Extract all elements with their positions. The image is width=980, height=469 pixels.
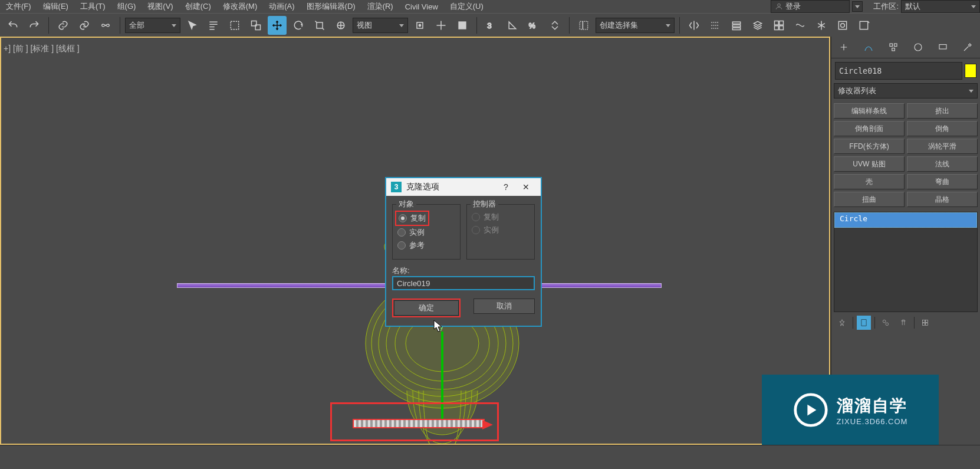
menu-animation[interactable]: 动画(A) (263, 0, 300, 13)
render-frame-button[interactable] (854, 16, 873, 35)
percent-snap-button[interactable]: % (524, 16, 543, 35)
menu-tools[interactable]: 工具(T) (74, 0, 111, 13)
snap-toggle-button[interactable]: 3 (482, 16, 501, 35)
radio-reference[interactable] (397, 241, 406, 250)
svg-rect-17 (775, 26, 779, 30)
edit-named-selection-button[interactable] (574, 16, 593, 35)
svg-rect-21 (860, 21, 867, 29)
configure-modifier-sets-button[interactable] (918, 316, 932, 330)
material-editor-button[interactable] (812, 16, 831, 35)
mod-edit-spline[interactable]: 编辑样条线 (834, 103, 905, 119)
login-dropdown[interactable]: 登录 (771, 0, 850, 13)
unlink-button[interactable] (75, 16, 94, 35)
window-crossing-button[interactable] (246, 16, 265, 35)
ctrl-radio-copy-label: 复制 (484, 212, 499, 222)
angle-snap-button[interactable] (503, 16, 522, 35)
spinner-snap-button[interactable] (545, 16, 564, 35)
schematic-view-button[interactable] (791, 16, 810, 35)
link-button[interactable] (54, 16, 73, 35)
bind-spacewarp-button[interactable] (96, 16, 115, 35)
menu-rendering[interactable]: 渲染(R) (361, 0, 399, 13)
tab-display[interactable] (932, 38, 953, 56)
reference-coord-dropdown[interactable]: 视图 (353, 18, 408, 33)
select-by-name-button[interactable] (204, 16, 223, 35)
svg-text:3: 3 (487, 21, 491, 30)
select-and-move-button[interactable] (268, 16, 287, 35)
clone-name-input[interactable] (392, 276, 535, 290)
curve-editor-button[interactable] (769, 16, 788, 35)
radio-copy[interactable] (399, 214, 407, 222)
dialog-help-button[interactable]: ? (496, 178, 516, 196)
mod-bevel-profile[interactable]: 倒角剖面 (834, 121, 905, 136)
pin-stack-button[interactable] (835, 316, 849, 330)
undo-button[interactable] (4, 16, 22, 35)
cancel-button[interactable]: 取消 (473, 299, 535, 314)
rectangular-region-button[interactable] (225, 16, 244, 35)
modifier-list-dropdown[interactable]: 修改器列表 (834, 83, 978, 99)
login-caret[interactable] (852, 1, 863, 12)
dialog-close-button[interactable]: ✕ (516, 178, 536, 196)
menu-views[interactable]: 视图(V) (142, 0, 179, 13)
menu-edit[interactable]: 编辑(E) (37, 0, 74, 13)
ok-button[interactable]: 确定 (394, 300, 459, 316)
modifier-stack[interactable]: Circle (834, 212, 978, 312)
stack-item-circle[interactable]: Circle (834, 212, 977, 228)
menu-customize[interactable]: 自定义(U) (444, 0, 489, 13)
svg-rect-11 (580, 21, 587, 29)
menu-civil-view[interactable]: Civil View (399, 1, 444, 12)
main-toolbar: 全部 视图 3 % 创建选择集 (0, 13, 980, 38)
render-setup-button[interactable] (833, 16, 852, 35)
svg-rect-4 (317, 22, 323, 28)
redo-button[interactable] (25, 16, 44, 35)
object-color-swatch[interactable] (965, 64, 976, 78)
tab-hierarchy[interactable] (883, 38, 904, 56)
tab-utilities[interactable] (957, 38, 978, 56)
watermark-title: 溜溜自学 (837, 395, 908, 417)
svg-rect-18 (780, 26, 784, 30)
tab-motion[interactable] (907, 38, 929, 56)
svg-rect-16 (780, 21, 784, 25)
show-end-result-button[interactable] (857, 316, 871, 330)
workspace-dropdown[interactable]: 默认 (901, 0, 980, 13)
mod-bend[interactable]: 弯曲 (907, 174, 978, 189)
mod-uvw-map[interactable]: UVW 贴图 (834, 156, 905, 172)
svg-rect-37 (926, 320, 928, 322)
stack-toolbar (831, 312, 980, 333)
mod-normal[interactable]: 法线 (907, 156, 978, 172)
toggle-ribbon-button[interactable] (748, 16, 767, 35)
keyboard-shortcut-override-button[interactable] (453, 16, 472, 35)
menu-modifiers[interactable]: 修改器(M) (217, 0, 264, 13)
layer-explorer-button[interactable] (727, 16, 746, 35)
mirror-button[interactable] (685, 16, 703, 35)
viewport-label[interactable]: +] [前 ] [标准 ] [线框 ] (4, 44, 80, 54)
mod-lattice[interactable]: 晶格 (907, 192, 978, 207)
tab-create[interactable] (833, 38, 854, 56)
selection-filter-dropdown[interactable]: 全部 (125, 18, 180, 33)
remove-modifier-button[interactable] (896, 316, 910, 330)
select-and-manipulate-button[interactable] (432, 16, 450, 35)
named-selection-dropdown[interactable]: 创建选择集 (596, 18, 675, 33)
mod-ffd-box[interactable]: FFD(长方体) (834, 139, 905, 154)
select-and-place-button[interactable] (331, 16, 350, 35)
select-and-scale-button[interactable] (310, 16, 329, 35)
svg-rect-13 (732, 25, 740, 27)
dialog-titlebar[interactable]: 3 克隆选项 ? ✕ (386, 178, 541, 196)
radio-instance[interactable] (397, 228, 406, 237)
use-pivot-center-button[interactable] (410, 16, 429, 35)
menu-group[interactable]: 组(G) (111, 0, 142, 13)
mod-turbosmooth[interactable]: 涡轮平滑 (907, 139, 978, 154)
mod-bevel[interactable]: 倒角 (907, 121, 978, 136)
object-name-input[interactable] (835, 62, 962, 80)
mod-extrude[interactable]: 挤出 (907, 103, 978, 119)
tab-modify[interactable] (858, 38, 879, 56)
menu-graph-editors[interactable]: 图形编辑器(D) (301, 0, 361, 13)
make-unique-button[interactable] (879, 316, 893, 330)
align-button[interactable] (706, 16, 725, 35)
mod-twist[interactable]: 扭曲 (834, 192, 905, 207)
menu-file[interactable]: 文件(F) (0, 0, 37, 13)
svg-rect-1 (231, 21, 238, 29)
select-and-rotate-button[interactable] (289, 16, 308, 35)
select-object-button[interactable] (183, 16, 202, 35)
menu-create[interactable]: 创建(C) (179, 0, 217, 13)
mod-shell[interactable]: 壳 (834, 174, 905, 189)
